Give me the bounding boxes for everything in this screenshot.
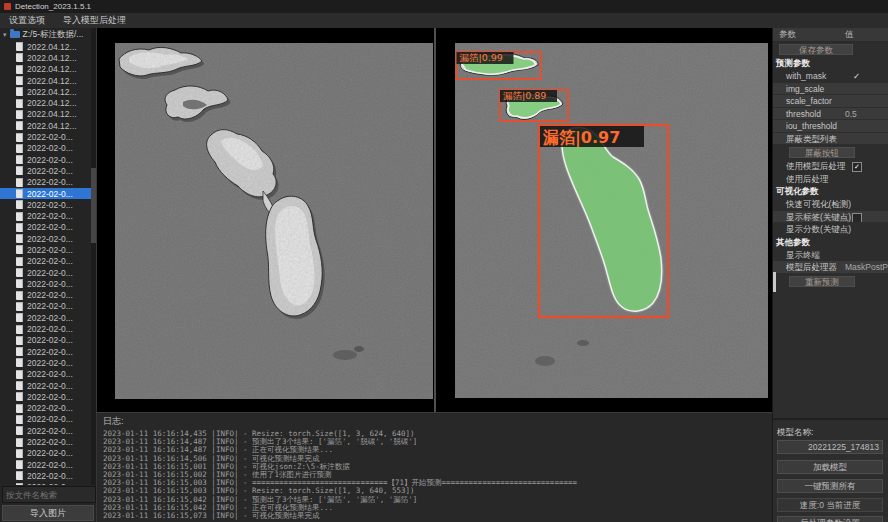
- tree-item[interactable]: 2022.04.12...: [0, 52, 96, 63]
- tree-item[interactable]: 2022.04.12...: [0, 109, 96, 120]
- tree-item[interactable]: 2022-02-0...: [0, 335, 96, 346]
- search-input[interactable]: [2, 486, 96, 503]
- param-row[interactable]: iou_threshold: [773, 120, 888, 133]
- param-rows: 保存参数预测参数with_mask✓img_scalescale_factort…: [773, 42, 888, 289]
- tree-item[interactable]: 2022-02-0...: [0, 154, 96, 165]
- menu-settings[interactable]: 设置选项: [0, 14, 54, 27]
- model-name-field[interactable]: 20221225_174813: [777, 440, 883, 454]
- tree-item[interactable]: 2022-02-0...: [0, 301, 96, 312]
- tree-item[interactable]: 2022-02-0...: [0, 199, 96, 210]
- tree-item[interactable]: 2022-02-0...: [0, 233, 96, 244]
- file-icon: [16, 200, 23, 209]
- model-section: 模型名称: 20221225_174813 加载模型 一键预测所有 速度:0 当…: [773, 418, 888, 522]
- tree-item[interactable]: 2022-02-0...: [0, 346, 96, 357]
- postprocess-settings-button[interactable]: 后处理参数设置: [777, 516, 883, 522]
- tree-item[interactable]: 2022.04.12...: [0, 64, 96, 75]
- tree-item-label: 2022-02-0...: [27, 279, 73, 289]
- param-button[interactable]: 保存参数: [779, 44, 853, 55]
- log-console: 日志: 2023-01-11 16:16:14,435 |INFO| - Res…: [97, 412, 772, 522]
- tree-item[interactable]: 2022.04.12...: [0, 75, 96, 86]
- tree-item[interactable]: 2022-02-0...: [0, 267, 96, 278]
- expander-icon[interactable]: ▾: [3, 31, 7, 39]
- file-icon: [16, 87, 23, 96]
- param-row[interactable]: scale_factor: [773, 95, 888, 108]
- file-icon: [16, 426, 23, 435]
- tree-item[interactable]: 2022-02-0...: [0, 403, 96, 414]
- param-section-header: 其他参数: [773, 236, 888, 249]
- param-row[interactable]: 显示标签(关键点): [773, 211, 888, 224]
- tree-item[interactable]: 2022.04.12...: [0, 41, 96, 52]
- log-title: 日志:: [103, 415, 772, 428]
- tree-item[interactable]: 2022-02-0...: [0, 210, 96, 221]
- model-name-label: 模型名称:: [777, 427, 813, 439]
- tree-item[interactable]: 2022-02-0...: [0, 143, 96, 154]
- tree-item[interactable]: 2022-02-0...: [0, 131, 96, 142]
- param-row[interactable]: 使用后处理: [773, 173, 888, 186]
- tree-item[interactable]: 2022-02-0...: [0, 380, 96, 391]
- tree-item[interactable]: 2022-02-0...: [0, 448, 96, 459]
- tree-root[interactable]: ▾ Z:/5-标注数据/...: [0, 28, 96, 41]
- file-icon: [16, 471, 23, 480]
- param-row[interactable]: img_scale: [773, 83, 888, 96]
- tree-item[interactable]: 2022-02-0...: [0, 425, 96, 436]
- tree-item[interactable]: 2022-02-0...: [0, 459, 96, 470]
- tree-item[interactable]: 2022-02-0...: [0, 188, 96, 199]
- tree-item[interactable]: 2022-02-0...: [0, 177, 96, 188]
- sidebar-scrollbar-thumb[interactable]: [773, 272, 776, 292]
- file-icon: [16, 53, 23, 62]
- file-icon: [16, 483, 23, 485]
- tree-item-label: 2022-02-0...: [27, 166, 73, 176]
- tree-item[interactable]: 2022-02-0...: [0, 278, 96, 289]
- tree-item-label: 2022.04.12...: [27, 64, 77, 74]
- tree-item[interactable]: 2022-02-0...: [0, 414, 96, 425]
- checkbox[interactable]: [852, 213, 862, 223]
- tree-item[interactable]: 2022-02-0...: [0, 165, 96, 176]
- file-icon: [16, 370, 23, 379]
- progress-status: 速度:0 当前进度: [777, 498, 883, 512]
- param-label: 快速可视化(检测): [773, 199, 851, 209]
- param-row[interactable]: threshold0.5: [773, 108, 888, 121]
- tree-item[interactable]: 2022-02-0...: [0, 256, 96, 267]
- param-row[interactable]: 显示分数(关键点): [773, 223, 888, 236]
- tree-item[interactable]: 2022-02-0...: [0, 290, 96, 301]
- file-icon: [16, 381, 23, 390]
- param-header-value: 值: [845, 28, 854, 41]
- file-icon: [16, 302, 23, 311]
- tree-item[interactable]: 2022-02-0...: [0, 244, 96, 255]
- app-window: Detection_2023.1.5.1 设置选项 导入模型后处理 ▾ Z:/5…: [0, 0, 888, 522]
- tree-item[interactable]: 2022-02-0...: [0, 391, 96, 402]
- tree-item[interactable]: 2022-02-0...: [0, 369, 96, 380]
- param-table-header: 参数 值: [773, 28, 888, 42]
- tree-item-label: 2022-02-0...: [27, 392, 73, 402]
- param-label: 显示终端: [773, 250, 820, 260]
- load-model-button[interactable]: 加载模型: [777, 460, 883, 474]
- param-button[interactable]: 屏蔽按钮: [789, 147, 855, 158]
- tree-item-label: 2022-02-0...: [27, 268, 73, 278]
- menu-import-postprocess[interactable]: 导入模型后处理: [54, 14, 135, 27]
- tree-scrollbar[interactable]: [91, 28, 96, 485]
- tree-item[interactable]: 2022.04.12...: [0, 97, 96, 108]
- param-row[interactable]: 模型后处理器MaskPostPro: [773, 261, 888, 274]
- prediction-image-canvas: 漏箔|0.99 漏箔|0.89 漏箔|0.97: [455, 43, 768, 398]
- raw-image-canvas: [115, 43, 433, 399]
- tree-item[interactable]: 2022-02-0...: [0, 222, 96, 233]
- param-row[interactable]: 显示终端: [773, 249, 888, 262]
- tree-item[interactable]: 2022-02-0...: [0, 470, 96, 481]
- import-images-button[interactable]: 导入图片: [2, 505, 94, 521]
- tree-item[interactable]: 2022-02-0...: [0, 482, 96, 485]
- param-row[interactable]: 使用模型后处理✓: [773, 160, 888, 173]
- tree-scrollbar-thumb[interactable]: [91, 168, 96, 243]
- tree-item[interactable]: 2022-02-0...: [0, 436, 96, 447]
- param-row[interactable]: 快速可视化(检测): [773, 198, 888, 211]
- tree-item[interactable]: 2022-02-0...: [0, 323, 96, 334]
- tree-item[interactable]: 2022-02-0...: [0, 357, 96, 368]
- param-row[interactable]: 屏蔽类型列表: [773, 133, 888, 146]
- param-row[interactable]: with_mask✓: [773, 70, 888, 83]
- tree-item[interactable]: 2022-02-0...: [0, 312, 96, 323]
- log-line: 2023-01-11 16:16:15,073 |INFO| - 可视化预测结果…: [103, 512, 772, 520]
- checkbox[interactable]: ✓: [852, 162, 862, 172]
- tree-item[interactable]: 2022.04.12...: [0, 120, 96, 131]
- predict-all-button[interactable]: 一键预测所有: [777, 479, 883, 493]
- tree-item[interactable]: 2022.04.12...: [0, 86, 96, 97]
- param-button[interactable]: 重新预测: [789, 276, 855, 287]
